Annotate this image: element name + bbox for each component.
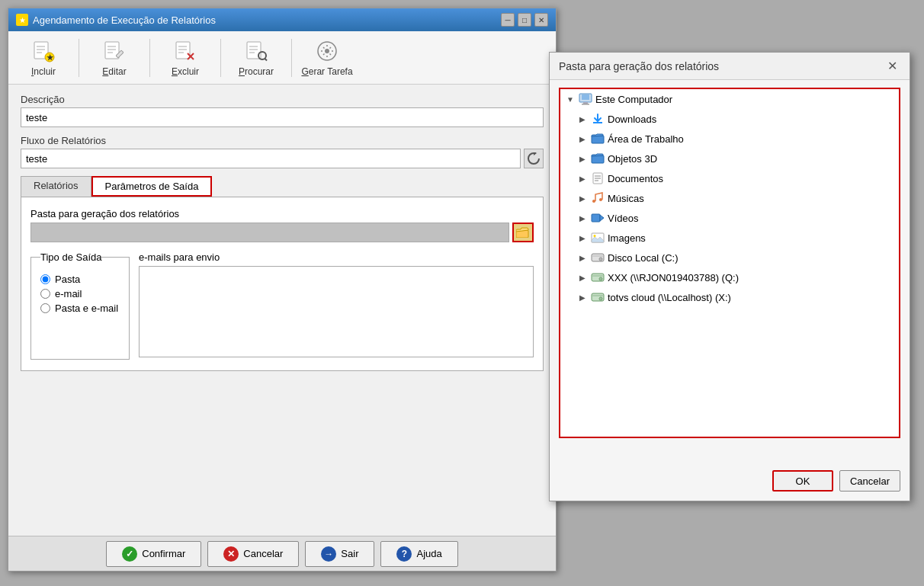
cancelar-button[interactable]: ✕ Cancelar [207, 541, 299, 567]
ajuda-button[interactable]: ? Ajuda [380, 541, 457, 567]
tree-item-downloads[interactable]: ▶ Downloads [560, 109, 899, 129]
incluir-label: Incluir [31, 66, 56, 77]
tree-totvs-arrow: ▶ [577, 292, 588, 303]
tree-item-3d[interactable]: ▶ Objetos 3D [560, 149, 899, 168]
ajuda-icon: ? [396, 546, 412, 562]
sep2 [149, 39, 150, 77]
tree-totvs-label: totvs cloud (\\Localhost) (X:) [608, 292, 731, 303]
emails-textarea[interactable] [139, 266, 534, 357]
emails-box: e-mails para envio [139, 251, 534, 360]
incluir-button[interactable]: ★ Incluir [13, 35, 74, 81]
tree-downloads-label: Downloads [608, 114, 656, 125]
descricao-group: Descrição [21, 94, 544, 127]
tree-imagens-arrow: ▶ [577, 232, 588, 243]
tree-xxx-arrow: ▶ [577, 272, 588, 283]
sep1 [79, 39, 79, 77]
tree-documentos-arrow: ▶ [577, 173, 588, 184]
folder-browse-button[interactable] [512, 223, 534, 242]
tree-item-xxx[interactable]: ▶ XXX (\\RJON019403788) (Q:) [560, 267, 899, 287]
fluxo-select[interactable]: teste [21, 149, 521, 168]
tree-imagens-icon [591, 231, 605, 245]
tree-disco-local-label: Disco Local (C:) [608, 252, 678, 264]
tabs-row: Relatórios Parâmetros de Saída [21, 176, 544, 197]
tabs-area: Relatórios Parâmetros de Saída Pasta par… [21, 176, 544, 371]
dialog-ok-button[interactable]: OK [772, 470, 833, 492]
editar-button[interactable]: Editar [84, 35, 145, 81]
confirmar-button[interactable]: ✓ Confirmar [106, 541, 201, 567]
tree-musicas-arrow: ▶ [577, 193, 588, 203]
radio-pasta-email-input[interactable] [40, 303, 50, 313]
tree-videos-label: Vídeos [608, 213, 638, 224]
procurar-label: Procurar [239, 66, 274, 77]
gerar-tarefa-button[interactable]: Gerar Tarefa [297, 35, 358, 81]
radio-pasta-email-label: Pasta e e-mail [55, 303, 118, 314]
dialog-cancel-button[interactable]: Cancelar [839, 470, 900, 492]
output-type-fieldset: Tipo de Saída Pasta e-mail Pasta e e-mai… [30, 251, 130, 360]
tree-videos-arrow: ▶ [577, 213, 588, 223]
tree-item-totvs[interactable]: ▶ totvs cloud (\\Localhost) (X:) [560, 287, 899, 307]
dialog-close-button[interactable]: ✕ [884, 58, 900, 75]
sair-button[interactable]: → Sair [305, 541, 374, 567]
tree-item-documentos[interactable]: ▶ Documentos [560, 168, 899, 188]
radio-pasta-input[interactable] [40, 274, 50, 284]
svg-rect-46 [592, 275, 603, 277]
tree-videos-icon [591, 211, 605, 225]
svg-point-48 [600, 278, 602, 280]
svg-rect-37 [592, 214, 600, 222]
tree-item-desktop[interactable]: ▶ Área de Trabalho [560, 129, 899, 149]
cancelar-label: Cancelar [243, 548, 283, 559]
tree-item-videos[interactable]: ▶ Vídeos [560, 208, 899, 228]
svg-point-24 [325, 49, 329, 53]
svg-point-40 [594, 235, 596, 237]
sep3 [220, 39, 221, 77]
procurar-button[interactable]: Procurar [226, 35, 287, 81]
tree-item-musicas[interactable]: ▶ Músicas [560, 188, 899, 208]
sair-label: Sair [341, 548, 358, 559]
excluir-button[interactable]: Excluir [155, 35, 216, 81]
tree-3d-label: Objetos 3D [608, 153, 657, 165]
svg-rect-28 [583, 102, 588, 104]
excluir-label: Excluir [172, 66, 199, 77]
folder-path-input[interactable] [30, 223, 509, 242]
incluir-icon: ★ [31, 39, 56, 63]
excluir-icon [173, 39, 197, 63]
svg-rect-27 [582, 94, 589, 100]
maximize-button[interactable]: □ [518, 13, 531, 27]
svg-line-22 [265, 59, 268, 61]
main-title-bar: ★ Agendamento de Execução de Relatórios … [8, 8, 556, 31]
tree-desktop-arrow: ▶ [577, 133, 588, 144]
radio-email: e-mail [40, 288, 120, 299]
radio-pasta-label: Pasta [55, 274, 80, 285]
tree-item-disco-local[interactable]: ▶ Disco Local (C:) [560, 248, 899, 267]
dialog-footer: OK Cancelar [772, 470, 900, 492]
tree-container[interactable]: ▼ Este Computador ▶ Downloads [559, 88, 900, 438]
main-content: Descrição Fluxo de Relatórios teste [8, 85, 556, 380]
sair-icon: → [321, 546, 336, 562]
fluxo-refresh-button[interactable] [524, 149, 544, 168]
svg-rect-32 [592, 155, 604, 163]
minimize-button[interactable]: ─ [501, 13, 515, 27]
two-col: Tipo de Saída Pasta e-mail Pasta e e-mai… [30, 251, 534, 360]
svg-rect-31 [592, 136, 604, 143]
fluxo-row: teste [21, 149, 544, 168]
main-window: ★ Agendamento de Execução de Relatórios … [8, 8, 557, 572]
svg-rect-29 [582, 104, 589, 105]
tree-root-icon [579, 92, 592, 106]
tree-documentos-label: Documentos [608, 173, 663, 184]
svg-rect-11 [176, 42, 190, 59]
tree-xxx-icon [591, 271, 605, 284]
tab-parametros[interactable]: Parâmetros de Saída [91, 176, 213, 197]
tree-root-label: Este Computador [595, 94, 672, 105]
tree-totvs-icon [591, 290, 605, 304]
svg-point-44 [600, 258, 602, 260]
radio-email-input[interactable] [40, 289, 50, 299]
fluxo-label: Fluxo de Relatórios [21, 135, 544, 146]
close-button[interactable]: ✕ [534, 13, 548, 27]
tab-relatorios[interactable]: Relatórios [21, 176, 91, 197]
descricao-input[interactable] [21, 107, 544, 127]
svg-point-52 [600, 298, 602, 299]
tree-root-item[interactable]: ▼ Este Computador [560, 89, 899, 109]
tree-xxx-label: XXX (\\RJON019403788) (Q:) [608, 272, 739, 283]
tree-item-imagens[interactable]: ▶ Imagens [560, 228, 899, 248]
tree-downloads-arrow: ▶ [577, 114, 588, 124]
